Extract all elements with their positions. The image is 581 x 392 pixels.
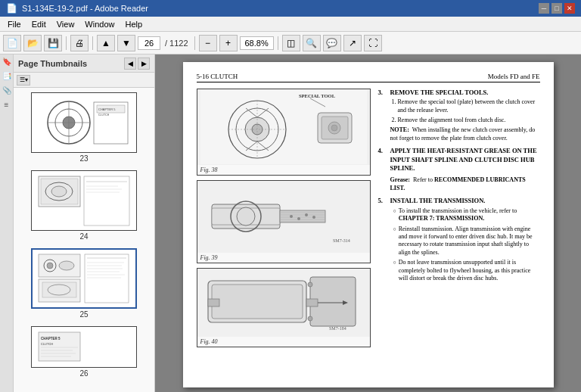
toolbar: 📄 📂 💾 🖨 ▲ ▼ / 1122 − + ◫ 🔍 💬 ↗ ⛶ — [0, 32, 581, 54]
fig40-image: SM7-184 — [197, 269, 370, 337]
svg-point-24 — [59, 261, 74, 270]
thumb-content-24 — [32, 171, 136, 230]
step-3-item-2: Remove the alignment tool from clutch di… — [398, 117, 540, 125]
separator-2 — [92, 36, 93, 50]
thumb-content-23: CHAPTER 5 CLUTCH — [32, 93, 136, 152]
open-button[interactable]: 📂 — [23, 35, 42, 51]
svg-point-81 — [308, 282, 312, 287]
fit-width-button[interactable]: ◫ — [282, 35, 300, 51]
instructions-column: 3. REMOVE THE SPECIAL TOOLS. Remove the … — [378, 89, 540, 347]
thumb-content-26: CHAPTER 5 CLUTCH — [32, 327, 136, 367]
step-5-item-2: Reinstall transmission. Align transmissi… — [393, 226, 540, 257]
step-4-num: 4. — [378, 147, 387, 192]
sidebar-menu-button[interactable]: ☰▾ — [17, 75, 30, 86]
svg-rect-84 — [306, 299, 318, 306]
thumb-label-23: 23 — [79, 154, 88, 163]
prev-page-button[interactable]: ▲ — [97, 35, 115, 51]
svg-text:CLUTCH: CLUTCH — [41, 342, 53, 346]
fig38-image: SPECIAL TOOL — [197, 89, 370, 165]
step-5-item-2-text: Reinstall transmission. Align transmissi… — [399, 226, 540, 257]
thumbnail-25[interactable]: 25 — [15, 247, 153, 320]
svg-point-71 — [297, 217, 300, 220]
thumbnail-24[interactable]: 24 — [15, 169, 153, 242]
layers-icon[interactable]: ≡ — [5, 101, 9, 109]
svg-text:CHAPTER 5: CHAPTER 5 — [98, 107, 116, 111]
sidebar-toolbar: ☰▾ — [14, 73, 154, 88]
figure-39: SM7-314 Fig. 39 — [197, 180, 371, 263]
step-5: 5. INSTALL THE TRANSMISSION. To install … — [378, 197, 540, 285]
collapse-sidebar-button[interactable]: ◀ — [124, 58, 136, 70]
svg-rect-83 — [208, 299, 219, 306]
svg-rect-79 — [212, 285, 303, 319]
step-5-title: INSTALL THE TRANSMISSION. — [390, 197, 540, 205]
svg-rect-64 — [280, 210, 325, 222]
thumb-img-23: CHAPTER 5 CLUTCH — [31, 92, 137, 153]
svg-point-70 — [290, 215, 293, 218]
separator-1 — [66, 36, 67, 50]
fig38-caption: Fig. 38 — [197, 165, 370, 175]
svg-point-82 — [308, 316, 312, 321]
thumb-img-26: CHAPTER 5 CLUTCH — [31, 326, 137, 368]
thumb-label-26: 26 — [79, 369, 88, 378]
step-4: 4. APPLY THE HEAT-RESISTANT GREASE ON TH… — [378, 147, 540, 192]
window-controls: ─ □ ✕ — [539, 3, 575, 14]
maximize-button[interactable]: □ — [551, 3, 562, 14]
menu-file[interactable]: File — [3, 19, 26, 30]
fig39-caption: Fig. 39 — [197, 253, 370, 263]
step-4-note: Grease: Refer to RECOMMENDED LUBRICANTS … — [390, 176, 540, 193]
options-sidebar-button[interactable]: ▶ — [138, 58, 150, 70]
svg-point-60 — [331, 125, 337, 131]
separator-3 — [194, 36, 195, 50]
content-area[interactable]: 5-16 CLUTCH Models FD and FE SPECIAL TOO… — [155, 54, 581, 392]
thumbnail-23[interactable]: CHAPTER 5 CLUTCH 23 — [15, 91, 153, 164]
menu-view[interactable]: View — [52, 19, 79, 30]
pages-icon[interactable]: 📑 — [2, 72, 11, 80]
step-5-content: INSTALL THE TRANSMISSION. To install the… — [390, 197, 540, 285]
step-5-item-3: Do not leave transmission unsupported un… — [393, 259, 540, 282]
next-page-button[interactable]: ▼ — [117, 35, 135, 51]
step-3-item-1: Remove the special tool (plate) between … — [398, 98, 540, 115]
menu-bar: File Edit View Window Help — [0, 17, 581, 32]
menu-window[interactable]: Window — [80, 19, 119, 30]
thumbnail-list: CHAPTER 5 CLUTCH 23 — [14, 88, 154, 392]
fig39-image: SM7-314 — [197, 181, 370, 253]
sidebar-inner: 🔖 📑 📎 ≡ Page Thumbnails ◀ ▶ ☰▾ — [0, 54, 154, 392]
svg-point-72 — [305, 213, 308, 216]
step-3-title: REMOVE THE SPECIAL TOOLS. — [390, 89, 540, 97]
page-number-input[interactable] — [138, 36, 160, 50]
page-header: 5-16 CLUTCH Models FD and FE — [197, 73, 540, 82]
attachments-icon[interactable]: 📎 — [2, 86, 11, 95]
menu-help[interactable]: Help — [120, 19, 147, 30]
step-3: 3. REMOVE THE SPECIAL TOOLS. Remove the … — [378, 89, 540, 142]
step-5-list: To install the transmission in the vehic… — [393, 207, 540, 283]
app-icon: 📄 — [6, 3, 17, 14]
fullscreen-button[interactable]: ⛶ — [364, 35, 382, 51]
svg-point-23 — [47, 263, 53, 269]
thumbnail-26[interactable]: CHAPTER 5 CLUTCH 26 — [15, 325, 153, 379]
fig40-caption: Fig. 40 — [197, 337, 370, 347]
share-button[interactable]: ↗ — [343, 35, 362, 51]
svg-point-73 — [312, 216, 315, 219]
minimize-button[interactable]: ─ — [539, 3, 549, 14]
side-icons-panel: 🔖 📑 📎 ≡ — [0, 54, 14, 392]
save-button[interactable]: 💾 — [44, 35, 62, 51]
zoom-input[interactable] — [240, 36, 274, 50]
step-3-content: REMOVE THE SPECIAL TOOLS. Remove the spe… — [390, 89, 540, 142]
header-right: Models FD and FE — [488, 73, 540, 80]
figures-column: SPECIAL TOOL — [197, 89, 371, 347]
bookmarks-icon[interactable]: 🔖 — [2, 58, 11, 66]
sidebar-header: Page Thumbnails ◀ ▶ — [14, 54, 154, 73]
comment-button[interactable]: 💬 — [323, 35, 341, 51]
new-button[interactable]: 📄 — [3, 35, 21, 51]
step-3-num: 3. — [378, 89, 387, 142]
zoom-out-button[interactable]: − — [199, 35, 217, 51]
print-button[interactable]: 🖨 — [70, 35, 89, 51]
svg-text:SPECIAL TOOL: SPECIAL TOOL — [299, 93, 336, 98]
menu-edit[interactable]: Edit — [27, 19, 51, 30]
find-button[interactable]: 🔍 — [303, 35, 321, 51]
zoom-in-button[interactable]: + — [219, 35, 238, 51]
close-button[interactable]: ✕ — [564, 3, 575, 14]
separator-4 — [278, 36, 278, 50]
page-total: / 1122 — [163, 39, 191, 48]
figure-40: SM7-184 Fig. 40 — [197, 268, 371, 347]
